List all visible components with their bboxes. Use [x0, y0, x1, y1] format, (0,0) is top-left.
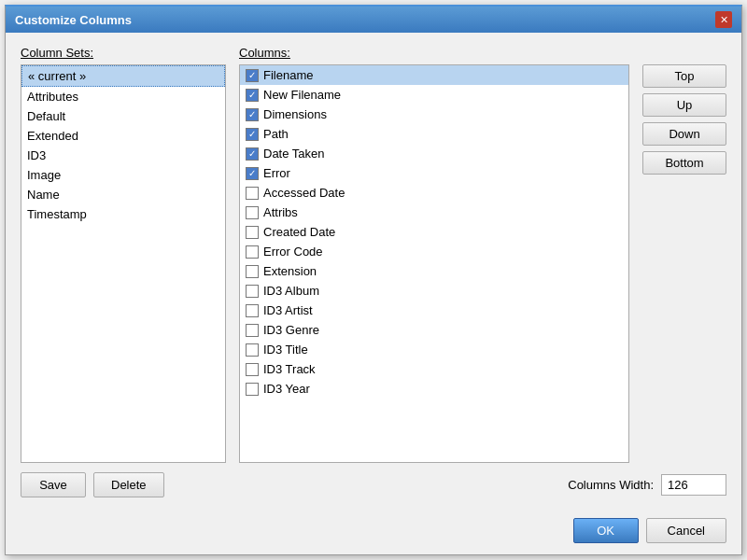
column-label-id3-track: ID3 Track — [263, 362, 316, 376]
column-label-id3-album: ID3 Album — [263, 284, 319, 298]
close-button[interactable]: ✕ — [715, 11, 732, 28]
order-buttons-panel: Top Up Down Bottom — [642, 46, 726, 463]
column-checkbox-date-taken[interactable] — [246, 147, 259, 161]
column-label-dimensions: Dimensions — [263, 107, 327, 121]
columns-panel: Columns: FilenameNew FilenameDimensionsP… — [239, 46, 629, 463]
column-label-error-code: Error Code — [263, 245, 323, 259]
column-checkbox-error[interactable] — [246, 167, 259, 180]
bottom-button[interactable]: Bottom — [642, 151, 726, 175]
column-label-id3-artist: ID3 Artist — [263, 303, 313, 317]
column-item-accessed-date[interactable]: Accessed Date — [240, 183, 628, 203]
column-item-extension[interactable]: Extension — [240, 261, 628, 281]
column-label-created-date: Created Date — [263, 225, 335, 239]
column-checkbox-accessed-date[interactable] — [246, 187, 259, 200]
column-item-id3-artist[interactable]: ID3 Artist — [240, 301, 628, 320]
column-item-attribs[interactable]: Attribs — [240, 203, 628, 222]
column-item-id3-genre[interactable]: ID3 Genre — [240, 320, 628, 340]
column-label-accessed-date: Accessed Date — [263, 186, 345, 200]
column-label-attribs: Attribs — [263, 205, 298, 219]
column-label-path: Path — [263, 127, 289, 141]
column-checkbox-attribs[interactable] — [246, 206, 259, 219]
bottom-row: Save Delete Columns Width: — [21, 472, 726, 497]
column-checkbox-dimensions[interactable] — [246, 108, 259, 121]
save-button[interactable]: Save — [21, 472, 86, 497]
column-label-filename: Filename — [263, 68, 313, 82]
column-item-new-filename[interactable]: New Filename — [240, 85, 628, 105]
column-label-new-filename: New Filename — [263, 88, 341, 102]
delete-button[interactable]: Delete — [93, 472, 164, 497]
column-checkbox-id3-year[interactable] — [246, 383, 259, 396]
column-set-item-current[interactable]: « current » — [21, 65, 225, 87]
column-item-date-taken[interactable]: Date Taken — [240, 144, 628, 163]
column-checkbox-new-filename[interactable] — [246, 89, 259, 102]
column-checkbox-id3-title[interactable] — [246, 343, 259, 357]
main-content: Column Sets: « current »AttributesDefaul… — [21, 46, 726, 463]
column-set-item-default[interactable]: Default — [21, 106, 225, 126]
width-row: Columns Width: — [568, 474, 726, 496]
column-item-id3-year[interactable]: ID3 Year — [240, 379, 628, 399]
column-label-error: Error — [263, 166, 290, 180]
column-set-item-image[interactable]: Image — [21, 165, 225, 185]
column-item-id3-album[interactable]: ID3 Album — [240, 281, 628, 301]
column-label-date-taken: Date Taken — [263, 147, 325, 161]
column-label-extension: Extension — [263, 264, 317, 278]
title-bar: Customize Columns ✕ — [6, 7, 741, 33]
column-checkbox-path[interactable] — [246, 128, 259, 141]
column-label-id3-year: ID3 Year — [263, 382, 310, 396]
column-item-created-date[interactable]: Created Date — [240, 222, 628, 242]
top-button[interactable]: Top — [642, 64, 726, 88]
column-checkbox-extension[interactable] — [246, 265, 259, 278]
column-sets-label: Column Sets: — [21, 46, 226, 60]
down-button[interactable]: Down — [642, 122, 726, 146]
column-set-item-id3[interactable]: ID3 — [21, 146, 225, 165]
save-delete-buttons: Save Delete — [21, 472, 164, 497]
column-label-id3-title: ID3 Title — [263, 343, 308, 357]
column-checkbox-filename[interactable] — [246, 69, 259, 82]
column-item-filename[interactable]: Filename — [240, 65, 628, 85]
column-set-item-attributes[interactable]: Attributes — [21, 87, 225, 106]
column-set-item-extended[interactable]: Extended — [21, 126, 225, 146]
columns-label: Columns: — [239, 46, 629, 60]
column-label-id3-genre: ID3 Genre — [263, 323, 319, 337]
dialog-footer: OK Cancel — [6, 511, 741, 554]
ok-button[interactable]: OK — [573, 518, 639, 543]
column-item-id3-track[interactable]: ID3 Track — [240, 359, 628, 379]
customize-columns-dialog: Customize Columns ✕ ? Column Sets: « cur… — [5, 5, 742, 555]
column-item-error[interactable]: Error — [240, 163, 628, 183]
column-checkbox-id3-artist[interactable] — [246, 304, 259, 317]
column-checkbox-id3-album[interactable] — [246, 285, 259, 298]
column-item-error-code[interactable]: Error Code — [240, 242, 628, 261]
columns-width-label: Columns Width: — [568, 478, 654, 492]
column-item-id3-title[interactable]: ID3 Title — [240, 340, 628, 359]
column-checkbox-created-date[interactable] — [246, 226, 259, 239]
column-set-item-timestamp[interactable]: Timestamp — [21, 204, 225, 224]
columns-width-input[interactable] — [661, 474, 726, 496]
column-item-path[interactable]: Path — [240, 124, 628, 144]
column-checkbox-error-code[interactable] — [246, 245, 259, 259]
cancel-button[interactable]: Cancel — [646, 518, 726, 543]
column-checkbox-id3-genre[interactable] — [246, 324, 259, 337]
dialog-title: Customize Columns — [15, 13, 132, 27]
dialog-body: ? Column Sets: « current »AttributesDefa… — [6, 33, 741, 511]
up-button[interactable]: Up — [642, 93, 726, 117]
column-set-item-name[interactable]: Name — [21, 185, 225, 204]
column-sets-panel: Column Sets: « current »AttributesDefaul… — [21, 46, 226, 463]
column-item-dimensions[interactable]: Dimensions — [240, 105, 628, 124]
columns-list[interactable]: FilenameNew FilenameDimensionsPathDate T… — [239, 64, 629, 463]
column-sets-list[interactable]: « current »AttributesDefaultExtendedID3I… — [21, 64, 226, 463]
column-checkbox-id3-track[interactable] — [246, 363, 259, 376]
